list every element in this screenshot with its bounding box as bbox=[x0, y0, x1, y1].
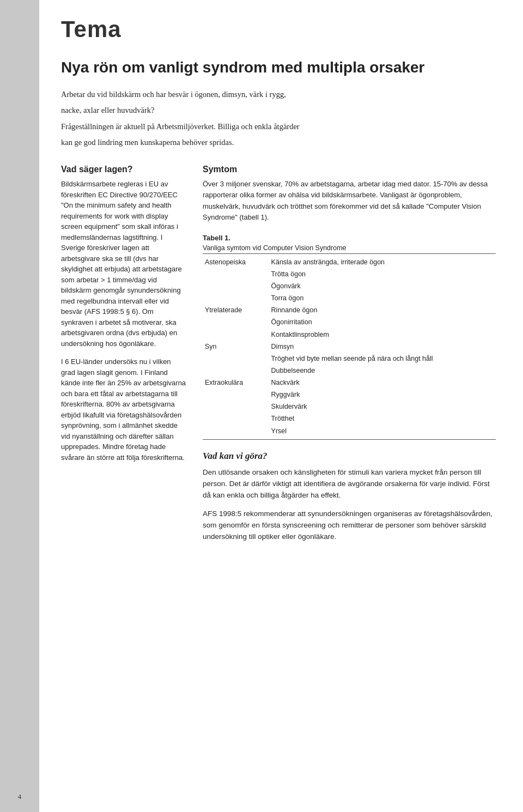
table-row: Astenopeiska Känsla av ansträngda, irrit… bbox=[203, 256, 496, 268]
page-number: 4 bbox=[18, 792, 22, 801]
vad-kan-para-2: AFS 1998:5 rekommenderar att synundersök… bbox=[203, 508, 496, 543]
tabell-title: Tabell 1. bbox=[203, 234, 496, 242]
category-extraokulara: Extraokulära bbox=[203, 377, 269, 389]
item-cell: Känsla av ansträngda, irriterade ögon bbox=[269, 256, 496, 268]
table-row: Kontaktlinsproblem bbox=[203, 329, 496, 341]
two-column-section: Vad säger lagen? Bildskärmsarbete regler… bbox=[61, 165, 496, 550]
tabell-bottom-line bbox=[203, 439, 496, 440]
table-row: Ögonvärk bbox=[203, 280, 496, 292]
category-ytrelaterade: Ytrelaterade bbox=[203, 304, 269, 316]
left-col-para-2: I 6 EU-länder undersöks nu i vilken grad… bbox=[61, 356, 186, 463]
main-content: Tema Nya rön om vanligt syndrom med mult… bbox=[39, 0, 523, 812]
vad-kan-heading: Vad kan vi göra? bbox=[203, 451, 496, 462]
intro-line-4: kan ge god lindring men kunskaperna behö… bbox=[61, 136, 496, 148]
left-col-heading: Vad säger lagen? bbox=[61, 165, 186, 174]
table-row: Extraokulära Nackvärk bbox=[203, 377, 496, 389]
tabell-subtitle: Vanliga symtom vid Computer Vision Syndr… bbox=[203, 244, 496, 254]
table-row: Torra ögon bbox=[203, 292, 496, 304]
intro-block: Arbetar du vid bildskärm och har besvär … bbox=[61, 88, 496, 148]
table-row: Ytrelaterade Rinnande ögon bbox=[203, 304, 496, 316]
left-sidebar: 4 bbox=[0, 0, 39, 812]
table-row: Dubbelseende bbox=[203, 365, 496, 377]
table-row: Ryggvärk bbox=[203, 389, 496, 401]
tema-label: Tema bbox=[61, 16, 496, 43]
table-row: Trötta ögon bbox=[203, 268, 496, 280]
category-astenopeiska: Astenopeiska bbox=[203, 256, 269, 268]
table-row: Ögonirritation bbox=[203, 316, 496, 328]
intro-line-3: Frågeställningen är aktuell på Arbetsmil… bbox=[61, 120, 496, 132]
article-title: Nya rön om vanligt syndrom med multipla … bbox=[61, 58, 496, 77]
intro-line-1: Arbetar du vid bildskärm och har besvär … bbox=[61, 88, 496, 100]
table-row: Trötthet bbox=[203, 413, 496, 425]
left-col-para-1: Bildskärmsarbete regleras i EU av föresk… bbox=[61, 179, 186, 349]
tabell-1: Tabell 1. Vanliga symtom vid Computer Vi… bbox=[203, 234, 496, 440]
right-column: Symtom Över 3 miljoner svenskar, 70% av … bbox=[203, 165, 496, 550]
vad-kan-para-1: Den utlösande orsaken och känsligheten f… bbox=[203, 467, 496, 501]
table-row: Yrsel bbox=[203, 425, 496, 437]
tabell-table: Astenopeiska Känsla av ansträngda, irrit… bbox=[203, 256, 496, 437]
table-row: Tröghet vid byte mellan seende på nära o… bbox=[203, 353, 496, 365]
intro-line-2: nacke, axlar eller huvudvärk? bbox=[61, 104, 496, 116]
table-row: Skuldervärk bbox=[203, 401, 496, 413]
symtom-text: Över 3 miljoner svenskar, 70% av arbetst… bbox=[203, 179, 496, 223]
symtom-heading: Symtom bbox=[203, 165, 496, 174]
left-column: Vad säger lagen? Bildskärmsarbete regler… bbox=[61, 165, 186, 550]
category-syn: Syn bbox=[203, 341, 269, 353]
table-row: Syn Dimsyn bbox=[203, 341, 496, 353]
